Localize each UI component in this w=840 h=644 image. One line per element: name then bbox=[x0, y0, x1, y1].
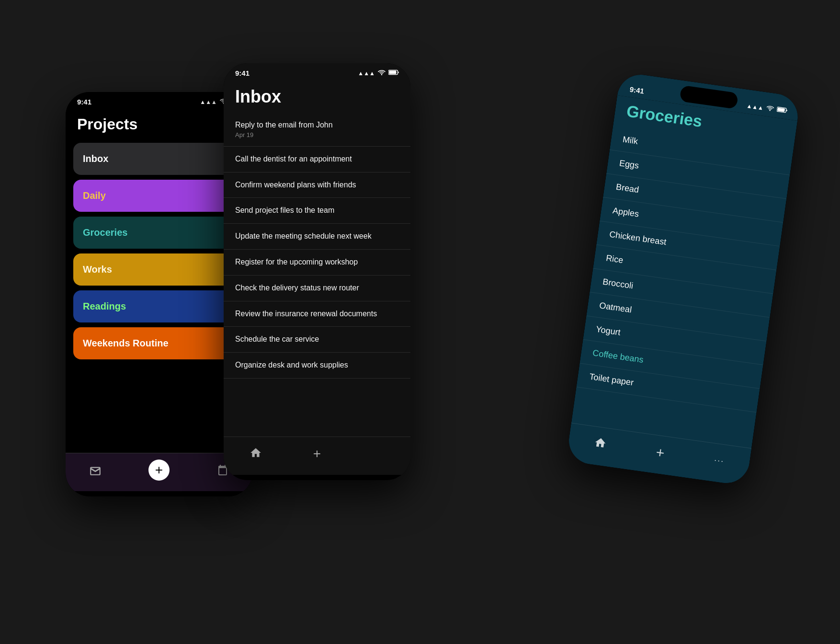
add-button-3[interactable]: + bbox=[655, 444, 666, 461]
grocery-text-5: Rice bbox=[605, 253, 624, 265]
wifi-icon-2 bbox=[378, 69, 386, 77]
inbox-item-text-4: Update the meeting schedule next week bbox=[235, 231, 399, 242]
grocery-text-6: Broccoli bbox=[602, 277, 634, 291]
grocery-text-4: Chicken breast bbox=[609, 230, 667, 247]
inbox-item-7[interactable]: Review the insurance renewal documents bbox=[224, 301, 410, 327]
grocery-text-9: Coffee beans bbox=[592, 348, 644, 365]
grocery-text-1: Eggs bbox=[619, 158, 639, 171]
project-item-works[interactable]: Works bbox=[73, 253, 245, 286]
inbox-list: Reply to the email from John Apr 19 Call… bbox=[224, 113, 410, 437]
inbox-item-text-0: Reply to the email from John bbox=[235, 120, 399, 130]
project-item-groceries[interactable]: Groceries bbox=[73, 217, 245, 249]
add-button-1[interactable]: + bbox=[148, 460, 170, 481]
signal-icon-1: ▲▲▲ bbox=[200, 99, 217, 105]
project-label-readings: Readings bbox=[83, 301, 126, 311]
inbox-item-8[interactable]: Schedule the car service bbox=[224, 327, 410, 353]
groceries-list: Milk Eggs Bread Apples Chicken breast Ri… bbox=[571, 126, 793, 448]
project-label-groceries: Groceries bbox=[83, 227, 127, 238]
inbox-item-3[interactable]: Send project files to the team bbox=[224, 198, 410, 224]
status-bar-2: 9:41 ▲▲▲ bbox=[224, 63, 410, 79]
phone-groceries: 9:41 ▲▲▲ Groceries Milk bbox=[566, 72, 801, 486]
add-button-2[interactable]: + bbox=[313, 446, 321, 461]
status-icons-2: ▲▲▲ bbox=[358, 69, 399, 77]
project-label-daily: Daily bbox=[83, 190, 106, 201]
home-tab-3[interactable] bbox=[593, 436, 607, 452]
wifi-icon-3 bbox=[766, 105, 774, 113]
signal-icon-2: ▲▲▲ bbox=[358, 70, 375, 77]
grocery-text-7: Oatmeal bbox=[599, 300, 632, 314]
project-item-weekends[interactable]: Weekends Routine bbox=[73, 327, 245, 359]
grocery-text-2: Bread bbox=[615, 182, 639, 195]
project-label-weekends: Weekends Routine bbox=[83, 338, 169, 348]
groceries-title: Groceries bbox=[625, 102, 704, 130]
time-2: 9:41 bbox=[235, 69, 250, 77]
status-icons-3: ▲▲▲ bbox=[746, 102, 788, 115]
battery-icon-2 bbox=[388, 69, 399, 77]
inbox-item-6[interactable]: Check the delivery status new router bbox=[224, 276, 410, 301]
project-item-readings[interactable]: Readings bbox=[73, 290, 245, 322]
inbox-item-2[interactable]: Confirm weekend plans with friends bbox=[224, 172, 410, 198]
inbox-item-text-2: Confirm weekend plans with friends bbox=[235, 180, 399, 190]
inbox-item-text-9: Organize desk and work supplies bbox=[235, 360, 399, 370]
more-tab-2 bbox=[372, 448, 385, 460]
grocery-text-3: Apples bbox=[612, 206, 639, 218]
project-item-daily[interactable]: Daily bbox=[73, 180, 245, 212]
inbox-item-text-7: Review the insurance renewal documents bbox=[235, 309, 399, 319]
inbox-item-text-3: Send project files to the team bbox=[235, 206, 399, 216]
groceries-screen: Groceries Milk Eggs Bread Apples Chicken… bbox=[566, 95, 797, 486]
projects-title: Projects bbox=[77, 115, 137, 133]
inbox-title: Inbox bbox=[235, 87, 281, 106]
grocery-text-10: Toilet paper bbox=[589, 372, 634, 388]
grocery-text-8: Yogurt bbox=[595, 324, 621, 337]
phone-inbox: 9:41 ▲▲▲ Inbox Reply to the email from J… bbox=[224, 63, 410, 480]
home-tab-2[interactable] bbox=[250, 447, 262, 461]
time-1: 9:41 bbox=[77, 98, 91, 106]
inbox-item-1[interactable]: Call the dentist for an appointment bbox=[224, 147, 410, 172]
tab-bar-2: + bbox=[224, 437, 410, 475]
inbox-item-4[interactable]: Update the meeting schedule next week bbox=[224, 224, 410, 250]
inbox-screen: Inbox Reply to the email from John Apr 1… bbox=[224, 79, 410, 475]
inbox-item-text-6: Check the delivery status new router bbox=[235, 283, 399, 293]
signal-icon-3: ▲▲▲ bbox=[746, 102, 764, 111]
inbox-item-date-0: Apr 19 bbox=[235, 131, 399, 138]
battery-icon-3 bbox=[776, 106, 788, 115]
inbox-item-text-8: Schedule the car service bbox=[235, 334, 399, 345]
inbox-item-text-5: Register for the upcoming workshop bbox=[235, 257, 399, 267]
inbox-item-text-1: Call the dentist for an appointment bbox=[235, 154, 399, 164]
scene: 9:41 ▲▲▲ Projects Inbo bbox=[37, 34, 803, 610]
add-icon-1: + bbox=[155, 463, 163, 477]
inbox-item-9[interactable]: Organize desk and work supplies bbox=[224, 353, 410, 379]
inbox-item-5[interactable]: Register for the upcoming workshop bbox=[224, 250, 410, 276]
inbox-tab-icon[interactable] bbox=[89, 463, 102, 477]
svg-rect-5 bbox=[777, 108, 785, 112]
grocery-text-0: Milk bbox=[622, 135, 638, 146]
more-tab-3[interactable]: ··· bbox=[714, 455, 725, 467]
project-item-inbox[interactable]: Inbox bbox=[73, 143, 245, 175]
project-label-works: Works bbox=[83, 264, 112, 275]
svg-rect-3 bbox=[389, 71, 396, 74]
time-3: 9:41 bbox=[629, 85, 645, 95]
inbox-header: Inbox bbox=[224, 79, 410, 113]
project-label-inbox: Inbox bbox=[83, 153, 108, 164]
inbox-item-0[interactable]: Reply to the email from John Apr 19 bbox=[224, 113, 410, 147]
